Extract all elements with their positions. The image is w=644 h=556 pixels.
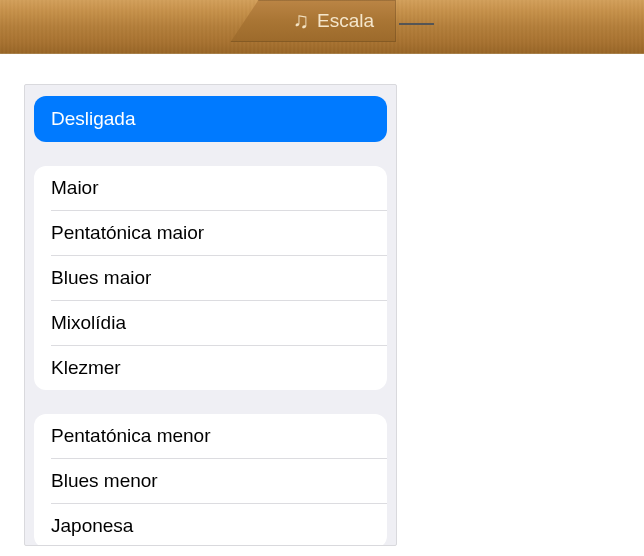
scale-group-major: Maior Pentatónica maior Blues maior Mixo…	[34, 166, 387, 390]
scale-option[interactable]: Japonesa	[34, 504, 387, 546]
scale-option-selected[interactable]: Desligada	[34, 96, 387, 142]
scale-dropdown-panel: Desligada Maior Pentatónica maior Blues …	[24, 84, 397, 546]
music-notes-icon: ♫	[292, 8, 307, 34]
scale-option[interactable]: Mixolídia	[34, 301, 387, 345]
scale-group-minor: Pentatónica menor Blues menor Japonesa	[34, 414, 387, 546]
annotation-callout-line	[399, 23, 434, 25]
scale-tab[interactable]: ♫ Escala	[230, 0, 396, 42]
scale-tab-label: Escala	[317, 10, 374, 32]
scale-option[interactable]: Klezmer	[34, 346, 387, 390]
scale-option[interactable]: Pentatónica menor	[34, 414, 387, 458]
scale-option[interactable]: Blues maior	[34, 256, 387, 300]
scale-option[interactable]: Blues menor	[34, 459, 387, 503]
scale-option[interactable]: Pentatónica maior	[34, 211, 387, 255]
scale-option[interactable]: Maior	[34, 166, 387, 210]
